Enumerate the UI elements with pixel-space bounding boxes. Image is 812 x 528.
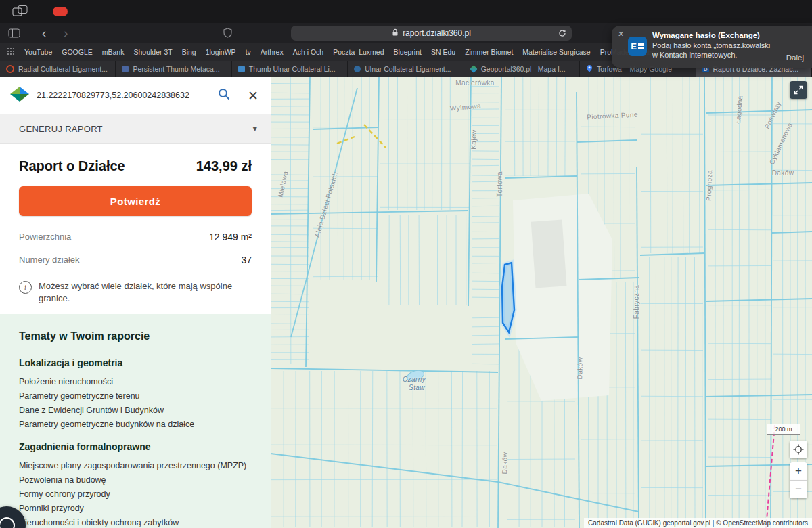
street-label: Kajew [470,129,478,150]
sidebar-toggle-icon[interactable] [8,28,20,41]
bookmark-item[interactable]: YouTube [24,48,52,56]
bookmark-item[interactable]: Ach i Och [293,48,324,56]
field-label: Numery działek [19,255,80,265]
bookmark-item[interactable]: Poczta_Luxmed [333,48,384,56]
open-field-area [513,194,612,401]
geoportal-logo-icon [9,86,30,105]
chevron-down-icon: ▾ [253,124,257,133]
water-label: Czarny [403,376,426,383]
privacy-shield-icon[interactable] [223,28,232,41]
topic-item: Położenie nieruchomości [19,376,252,388]
locate-button[interactable] [790,441,807,458]
divider [238,86,238,105]
topic-item: Nieruchomości i obiekty ochroną zabytków [19,517,252,528]
hint-text: Możesz wybrać wiele działek, które mają … [39,280,250,304]
construction-road [337,137,355,144]
exchange-icon: E [628,37,647,56]
exchange-letter: E [631,41,637,51]
topic-item: Pomniki przyrody [19,503,252,514]
field-value: 37 [241,255,252,265]
tab-persistent-thumb[interactable]: Persistent Thumb Metaca... [116,61,231,77]
tab-favicon [122,66,129,72]
street-label: Macierówka [455,79,494,87]
forward-button[interactable]: › [64,24,68,43]
search-input[interactable]: 21.2222170829773,52.20600242838632 [37,91,210,100]
notification-line: w Kontach internetowych. [652,50,785,60]
address-bar[interactable]: raport.dzialki360.pl [291,26,572,41]
fullscreen-button[interactable] [790,81,807,99]
topic-item: Dane z Ewidencji Gruntów i Budynków [19,405,252,416]
overlapping-windows-icon[interactable] [12,5,28,21]
bookmark-item[interactable]: 1loginWP [206,48,236,56]
bookmark-item[interactable]: Materialise Surgicase [522,48,590,56]
search-icon[interactable] [217,87,231,104]
back-button[interactable]: ‹ [42,24,46,43]
exchange-grid-icon [638,43,644,49]
recording-indicator[interactable] [53,7,68,16]
exchange-password-notification[interactable]: ✕ E Wymagane hasło (Exchange) Podaj hasł… [612,26,812,68]
confirm-button[interactable]: Potwierdź [19,186,252,216]
tab-label: Thumb Ulnar Collateral Li... [249,65,336,73]
street-label: Daków [772,169,794,177]
generate-report-header[interactable]: GENERUJ RAPORT ▾ [0,114,271,144]
tab-geoportal360[interactable]: Geoportal360.pl - Mapa I... [464,61,580,77]
report-price: 143,99 zł [196,158,252,174]
bookmark-item[interactable]: GOOGLE [62,48,93,56]
tab-thumb-ulnar[interactable]: Thumb Ulnar Collateral Li... [232,61,348,77]
field-row-parcel-numbers: Numery działek 37 [19,248,252,271]
street-label: Fabryczna [633,285,640,319]
zoom-in-button[interactable]: + [790,462,807,481]
topics-group-location: Lokalizacja i geometria Położenie nieruc… [19,357,252,431]
map-attribution: Cadastral Data (GUGiK) geoportal.gov.pl … [584,518,812,528]
url-text: raport.dzialki360.pl [403,28,471,38]
bookmark-item[interactable]: Zimmer Biomet [465,48,513,56]
tab-label: Geoportal360.pl - Mapa I... [481,65,566,73]
hint-row: i Możesz wybrać wiele działek, które maj… [0,271,271,314]
street-label: Daków [501,452,509,475]
notification-next-button[interactable]: Dalej [786,53,804,62]
close-icon[interactable]: ✕ [618,30,624,39]
report-fields: Powierzchnia 12 949 m² Numery działek 37 [19,225,252,271]
generate-report-label: GENERUJ RAPORT [19,124,103,134]
bookmark-item[interactable]: Blueprint [393,48,421,56]
topic-item: Pozwolenia na budowę [19,475,252,486]
notification-text: Wymagane hasło (Exchange) Podaj hasło ko… [652,31,785,60]
close-panel-icon[interactable]: ✕ [245,88,261,104]
bookmark-item[interactable]: Arthrex [261,48,284,56]
reload-icon[interactable] [558,29,566,39]
water-label: Staw [409,384,425,391]
notification-title: Wymagane hasło (Exchange) [652,31,785,39]
cadastral-map-canvas [271,77,812,528]
chat-widget-ring-icon [0,517,15,528]
zoom-out-button[interactable]: − [790,481,807,498]
report-heading-row: Raport o Działce 143,99 zł [0,144,271,174]
report-panel: 21.2222170829773,52.20600242838632 ✕ GEN… [0,77,271,528]
tab-label: Persistent Thumb Metaca... [133,65,219,73]
group-heading: Lokalizacja i geometria [19,357,252,368]
field-value: 12 949 m² [209,232,252,242]
tab-ulnar-collateral[interactable]: Ulnar Collateral Ligament... [348,61,464,77]
bookmark-item[interactable]: Shoulder 3T [133,48,172,56]
street-label: Daków [576,357,584,380]
bookmark-item[interactable]: tv [246,48,251,56]
bookmark-item[interactable]: mBank [102,48,125,56]
tab-radial-collateral[interactable]: Radial Collateral Ligament... [0,61,116,77]
bookmark-item[interactable]: SN Edu [431,48,455,56]
bookmarks-grid-icon[interactable] [7,47,15,57]
group-heading: Zagadnienia formalnoprawne [19,441,252,452]
tab-favicon [354,66,361,72]
tab-favicon [238,66,245,72]
topic-item: Parametry geometryczne terenu [19,391,252,402]
topics-group-legal: Zagadnienia formalnoprawne Miejscowe pla… [19,441,252,528]
bookmark-item[interactable]: Bing [182,48,196,56]
gray-field-patch [531,219,567,288]
map-pin-icon [586,64,593,74]
field-row-area: Powierzchnia 12 949 m² [19,225,252,248]
tab-label: Radial Collateral Ligament... [18,65,108,73]
notification-line: Podaj hasło konta „tomasz.kowalski [652,41,785,50]
topics-title: Tematy w Twoim raporcie [19,330,252,343]
browser-window: ‹ › raport.dzialki360.pl YouTube GOOGLE … [0,0,812,528]
map-area[interactable]: Macierówka Wylmowa Kajew Piotrówka Pune … [271,77,812,528]
search-bar: 21.2222170829773,52.20600242838632 ✕ [0,77,271,114]
report-title: Raport o Działce [19,158,125,174]
